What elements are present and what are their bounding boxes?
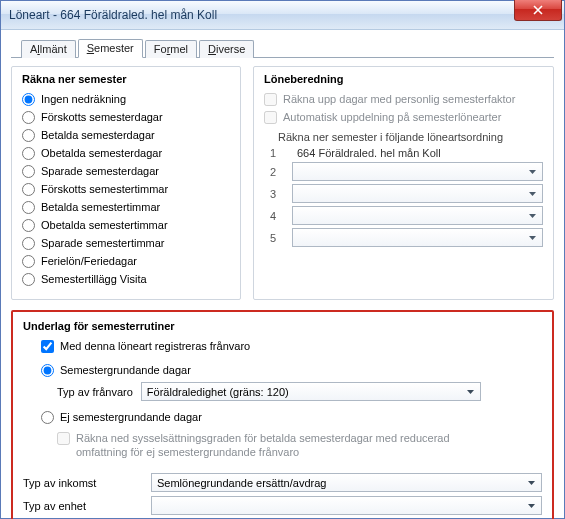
group-title-lone: Löneberedning (264, 73, 543, 85)
check-rakna-upp: Räkna upp dagar med personlig semesterfa… (264, 91, 543, 107)
order-num: 3 (264, 188, 282, 200)
check-rakna-ned-syssel: Räkna ned sysselsättningsgraden för beta… (57, 431, 542, 459)
radio-sparade-dagar[interactable]: Sparade semesterdagar (22, 163, 230, 179)
radio-betalda-timmar[interactable]: Betalda semestertimmar (22, 199, 230, 215)
radio-semestertillagg[interactable]: Semestertillägg Visita (22, 271, 230, 287)
window: Löneart - 664 Föräldraled. hel mån Koll … (0, 0, 565, 519)
row-typ-enhet: Typ av enhet (23, 496, 542, 515)
chevron-down-icon (525, 186, 540, 201)
order-row-2: 2 (264, 162, 543, 181)
underlag-title: Underlag för semesterrutiner (23, 320, 542, 332)
radio-sparade-timmar[interactable]: Sparade semestertimmar (22, 235, 230, 251)
radio-obetalda-dagar[interactable]: Obetalda semesterdagar (22, 145, 230, 161)
group-underlag: Underlag för semesterrutiner Med denna l… (11, 310, 554, 519)
combo-typ-enhet[interactable] (151, 496, 542, 515)
radio-semestergrundande[interactable]: Semestergrundande dagar (41, 362, 542, 378)
group-rakna-ner: Räkna ner semester Ingen nedräkning Förs… (11, 66, 241, 300)
order-value-1: 664 Föräldraled. hel mån Koll (292, 147, 543, 159)
bottom-form: Typ av inkomst Semlönegrundande ersättn/… (23, 473, 542, 515)
chevron-down-icon (525, 230, 540, 245)
label-typ-franvaro: Typ av frånvaro (57, 386, 133, 398)
chevron-down-icon (525, 208, 540, 223)
check-auto-uppdelning: Automatisk uppdelning på semesterlöneart… (264, 109, 543, 125)
label-typ-enhet: Typ av enhet (23, 500, 143, 512)
group-loneberedning: Löneberedning Räkna upp dagar med person… (253, 66, 554, 300)
group-title-rakna: Räkna ner semester (22, 73, 230, 85)
radio-obetalda-timmar[interactable]: Obetalda semestertimmar (22, 217, 230, 233)
row-typ-inkomst: Typ av inkomst Semlönegrundande ersättn/… (23, 473, 542, 492)
radio-forskotts-dagar[interactable]: Förskotts semesterdagar (22, 109, 230, 125)
chevron-down-icon (524, 498, 539, 513)
tab-strip: Allmänt Semester Formel Diverse (11, 37, 554, 58)
order-row-5: 5 (264, 228, 543, 247)
radio-betalda-dagar[interactable]: Betalda semesterdagar (22, 127, 230, 143)
row-typ-franvaro: Typ av frånvaro Föräldraledighet (gräns:… (57, 382, 542, 401)
order-num: 1 (264, 147, 282, 159)
radio-forskotts-timmar[interactable]: Förskotts semestertimmar (22, 181, 230, 197)
radio-ej-semestergrundande[interactable]: Ej semestergrundande dagar (41, 409, 542, 425)
tab-semester[interactable]: Semester (78, 39, 143, 58)
order-combo-3[interactable] (292, 184, 543, 203)
client-area: Allmänt Semester Formel Diverse Räkna ne… (1, 29, 564, 518)
order-row-1: 1 664 Föräldraled. hel mån Koll (264, 147, 543, 159)
chevron-down-icon (525, 164, 540, 179)
check-med-denna[interactable]: Med denna löneart registreras frånvaro (41, 338, 542, 354)
order-header: Räkna ner semester i följande löneartsor… (278, 131, 543, 143)
order-grid: Räkna ner semester i följande löneartsor… (264, 131, 543, 247)
order-combo-5[interactable] (292, 228, 543, 247)
close-icon (533, 5, 543, 15)
chevron-down-icon (463, 384, 478, 399)
order-combo-4[interactable] (292, 206, 543, 225)
titlebar: Löneart - 664 Föräldraled. hel mån Koll (1, 1, 564, 30)
order-num: 4 (264, 210, 282, 222)
order-combo-2[interactable] (292, 162, 543, 181)
combo-typ-inkomst[interactable]: Semlönegrundande ersättn/avdrag (151, 473, 542, 492)
radio-ingen-nedrakning[interactable]: Ingen nedräkning (22, 91, 230, 107)
order-num: 2 (264, 166, 282, 178)
label-typ-inkomst: Typ av inkomst (23, 477, 143, 489)
order-num: 5 (264, 232, 282, 244)
radio-ferielon[interactable]: Ferielön/Feriedagar (22, 253, 230, 269)
top-row: Räkna ner semester Ingen nedräkning Förs… (11, 66, 554, 300)
tab-diverse[interactable]: Diverse (199, 40, 254, 58)
close-button[interactable] (514, 0, 562, 21)
order-row-4: 4 (264, 206, 543, 225)
combo-typ-franvaro[interactable]: Föräldraledighet (gräns: 120) (141, 382, 481, 401)
tab-formel[interactable]: Formel (145, 40, 197, 58)
chevron-down-icon (524, 475, 539, 490)
tab-allmant[interactable]: Allmänt (21, 40, 76, 58)
window-title: Löneart - 664 Föräldraled. hel mån Koll (9, 8, 217, 22)
order-row-3: 3 (264, 184, 543, 203)
